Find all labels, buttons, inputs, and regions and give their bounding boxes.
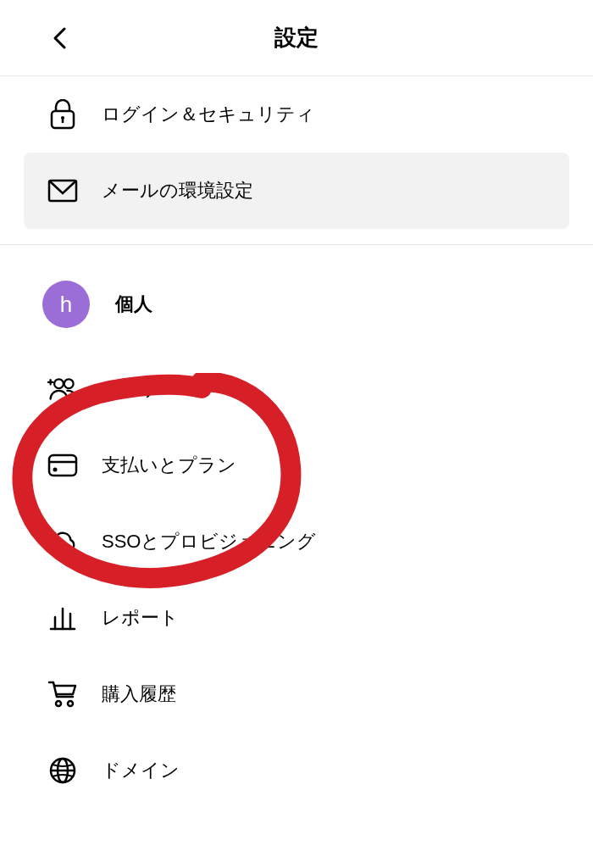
- svg-point-4: [54, 379, 64, 388]
- settings-section-1: ログイン＆セキュリティ メールの環境設定: [0, 76, 593, 229]
- avatar: h: [42, 281, 90, 328]
- menu-item-login-security[interactable]: ログイン＆セキュリティ: [0, 76, 593, 153]
- lock-icon: [47, 99, 78, 130]
- personal-section-header: h 個人: [0, 266, 593, 342]
- avatar-letter: h: [60, 292, 72, 318]
- section-title: 個人: [115, 292, 152, 317]
- settings-section-2: ユーザー 支払いとプラン SSOとプロビジョニング: [0, 351, 593, 809]
- menu-item-payment-plan[interactable]: 支払いとプラン: [0, 427, 593, 504]
- chart-icon: [47, 603, 78, 633]
- page-title: 設定: [274, 23, 319, 53]
- menu-label: 購入履歴: [102, 682, 176, 707]
- card-icon: [47, 450, 78, 481]
- menu-label: ユーザー: [102, 376, 178, 402]
- section-divider: [0, 244, 593, 245]
- menu-item-mail-preferences[interactable]: メールの環境設定: [24, 153, 569, 229]
- menu-label: SSOとプロビジョニング: [102, 529, 316, 554]
- back-button[interactable]: [42, 21, 76, 55]
- menu-item-purchase-history[interactable]: 購入履歴: [0, 656, 593, 732]
- menu-label: レポート: [102, 605, 179, 631]
- chevron-left-icon: [52, 26, 67, 50]
- menu-label: ドメイン: [102, 758, 180, 783]
- cart-icon: [47, 679, 78, 709]
- menu-item-sso-provisioning[interactable]: SSOとプロビジョニング: [0, 504, 593, 580]
- svg-point-16: [56, 701, 61, 706]
- menu-item-domain[interactable]: ドメイン: [0, 732, 593, 809]
- svg-point-10: [53, 468, 58, 472]
- menu-label: 支払いとプラン: [102, 453, 236, 478]
- mail-icon: [47, 175, 78, 206]
- svg-point-17: [68, 701, 73, 706]
- menu-label: ログイン＆セキュリティ: [102, 102, 315, 127]
- menu-label: メールの環境設定: [102, 178, 253, 203]
- users-icon: [47, 374, 78, 404]
- globe-icon: [47, 755, 78, 786]
- settings-header: 設定: [0, 0, 593, 76]
- svg-point-5: [64, 379, 74, 388]
- svg-rect-8: [49, 455, 76, 476]
- cloud-icon: [47, 526, 78, 557]
- menu-item-reports[interactable]: レポート: [0, 580, 593, 656]
- menu-item-users[interactable]: ユーザー: [0, 351, 593, 427]
